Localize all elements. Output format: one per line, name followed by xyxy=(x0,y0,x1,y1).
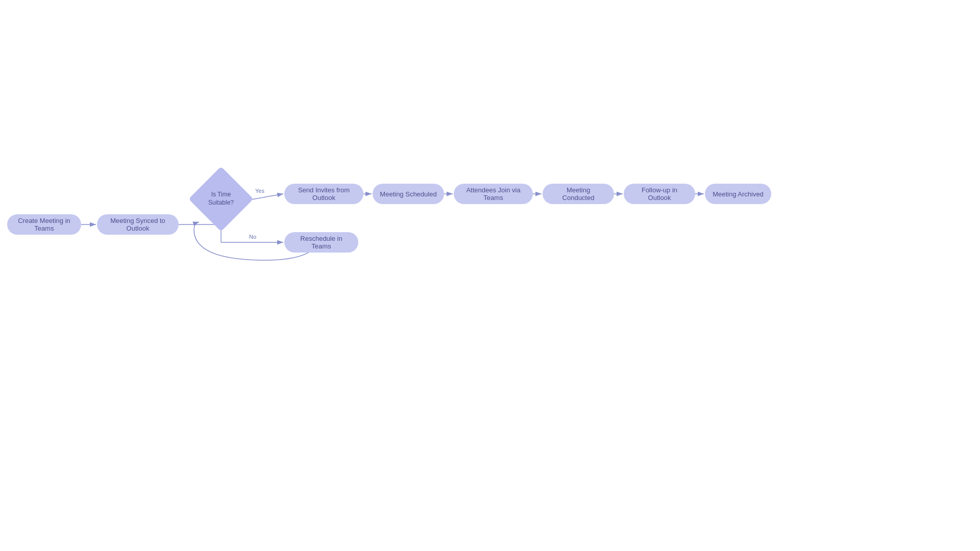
arrows-svg: Yes No xyxy=(0,0,980,551)
node-send-invites: Send Invites from Outlook xyxy=(284,184,363,204)
node-meeting-archived: Meeting Archived xyxy=(705,184,771,204)
node-followup-outlook: Follow-up in Outlook xyxy=(624,184,695,204)
no-label: No xyxy=(249,234,256,240)
node-reschedule: Reschedule in Teams xyxy=(284,232,358,253)
node-meeting-synced: Meeting Synced to Outlook xyxy=(97,214,179,235)
node-meeting-scheduled: Meeting Scheduled xyxy=(373,184,444,204)
yes-label: Yes xyxy=(255,188,264,194)
node-create-meeting: Create Meeting in Teams xyxy=(7,214,81,235)
node-meeting-conducted: Meeting Conducted xyxy=(543,184,614,204)
diagram-canvas: Yes No Create Meeting in Teams Meeting S… xyxy=(0,0,980,551)
node-is-time-suitable: Is Time Suitable? xyxy=(198,176,244,222)
node-attendees-join: Attendees Join via Teams xyxy=(454,184,533,204)
